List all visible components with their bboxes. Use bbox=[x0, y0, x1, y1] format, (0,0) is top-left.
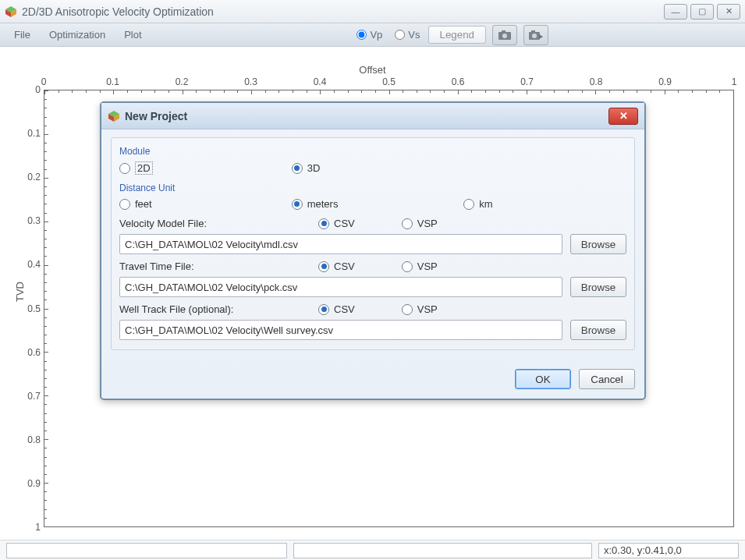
svg-point-8 bbox=[532, 34, 537, 38]
vel-fmt-vsp[interactable]: VSP bbox=[402, 218, 438, 229]
window-title: 2D/3D Anisotropic Velocity Optimization bbox=[22, 5, 664, 18]
velocity-file-label: Velocity Model File: bbox=[119, 218, 318, 229]
camera-icon bbox=[498, 30, 512, 41]
dialog-title: New Project bbox=[125, 110, 608, 122]
status-box-1 bbox=[6, 543, 287, 558]
svg-rect-4 bbox=[502, 30, 506, 33]
radio-meters-label: meters bbox=[307, 198, 339, 210]
y-tick: 0.6 bbox=[19, 347, 41, 358]
y-tick: 0.9 bbox=[19, 478, 41, 489]
radio-meters-indicator bbox=[292, 199, 303, 210]
y-tick: 0.8 bbox=[19, 434, 41, 445]
menubar: File Optimization Plot Vp Vs Legend bbox=[0, 23, 745, 47]
x-tick: 0.2 bbox=[176, 76, 189, 87]
velocity-file-input[interactable] bbox=[119, 234, 562, 254]
menu-file[interactable]: File bbox=[6, 26, 38, 44]
camera-button[interactable] bbox=[492, 25, 517, 45]
radio-vp-input[interactable] bbox=[357, 30, 367, 40]
x-tick: 0.6 bbox=[452, 76, 465, 87]
svg-point-5 bbox=[502, 34, 507, 38]
traveltime-file-input[interactable] bbox=[119, 277, 562, 297]
radio-feet-indicator bbox=[119, 199, 130, 210]
y-ticks: 00.10.20.30.40.50.60.70.80.91 bbox=[19, 90, 41, 527]
y-tick: 1 bbox=[19, 522, 41, 533]
dialog-close-icon: ✕ bbox=[619, 110, 628, 122]
close-button[interactable]: ✕ bbox=[717, 4, 740, 19]
y-tick: 0 bbox=[19, 84, 41, 95]
velocity-browse-button[interactable]: Browse bbox=[570, 234, 626, 254]
status-coord: x:0.30, y:0.41,0,0 bbox=[598, 543, 739, 558]
radio-vp-label: Vp bbox=[370, 29, 382, 41]
radio-km-label: km bbox=[479, 198, 492, 210]
x-tick: 0.8 bbox=[590, 76, 603, 87]
vel-fmt-csv[interactable]: CSV bbox=[318, 218, 355, 229]
titlebar: 2D/3D Anisotropic Velocity Optimization … bbox=[0, 0, 745, 23]
x-tick: 0.9 bbox=[658, 76, 672, 87]
x-tick: 0.3 bbox=[244, 76, 257, 87]
module-group-label: Module bbox=[119, 146, 626, 157]
well-fmt-vsp[interactable]: VSP bbox=[402, 303, 438, 315]
welltrack-browse-button[interactable]: Browse bbox=[570, 320, 626, 340]
radio-2d-indicator bbox=[119, 163, 130, 174]
y-tick: 0.3 bbox=[19, 215, 41, 226]
maximize-icon: ▢ bbox=[698, 6, 706, 16]
traveltime-file-label: Travel Time File: bbox=[119, 261, 318, 272]
well-fmt-csv[interactable]: CSV bbox=[318, 303, 355, 315]
cancel-button[interactable]: Cancel bbox=[579, 369, 635, 389]
y-tick: 0.1 bbox=[19, 128, 41, 139]
radio-vp[interactable]: Vp bbox=[357, 29, 382, 41]
close-icon: ✕ bbox=[725, 6, 733, 16]
app-icon bbox=[5, 5, 17, 18]
dialog-close-button[interactable]: ✕ bbox=[608, 108, 638, 125]
radio-vs-label: Vs bbox=[408, 29, 420, 41]
radio-3d-label: 3D bbox=[307, 162, 321, 174]
y-tick: 0.5 bbox=[19, 303, 41, 314]
x-tick: 0.5 bbox=[382, 76, 396, 87]
ok-button[interactable]: OK bbox=[515, 369, 571, 389]
x-tick: 0.4 bbox=[314, 76, 327, 87]
menu-plot[interactable]: Plot bbox=[116, 26, 149, 44]
traveltime-browse-button[interactable]: Browse bbox=[570, 277, 626, 297]
new-project-dialog: New Project ✕ Module 2D 3D Distance Unit bbox=[100, 101, 646, 400]
dialog-titlebar[interactable]: New Project ✕ bbox=[101, 103, 644, 129]
radio-3d-indicator bbox=[292, 163, 303, 174]
minimize-icon: — bbox=[672, 7, 680, 16]
status-box-2 bbox=[293, 543, 592, 558]
maximize-button[interactable]: ▢ bbox=[690, 4, 714, 19]
x-axis-label: Offset bbox=[0, 64, 745, 76]
y-tick: 0.2 bbox=[19, 172, 41, 183]
x-tick: 0.7 bbox=[520, 76, 534, 87]
x-tick: 1 bbox=[732, 76, 737, 87]
svg-rect-7 bbox=[531, 30, 535, 33]
radio-feet[interactable]: feet bbox=[119, 198, 282, 210]
svg-marker-9 bbox=[539, 34, 543, 39]
tt-fmt-vsp[interactable]: VSP bbox=[402, 261, 438, 272]
tt-fmt-csv[interactable]: CSV bbox=[318, 261, 355, 272]
welltrack-file-label: Well Track File (optional): bbox=[119, 303, 318, 315]
radio-3d[interactable]: 3D bbox=[292, 161, 455, 175]
radio-km[interactable]: km bbox=[463, 198, 626, 210]
statusbar: x:0.30, y:0.41,0,0 bbox=[0, 540, 745, 560]
radio-2d[interactable]: 2D bbox=[119, 161, 282, 175]
x-ticks: 00.10.20.30.40.50.60.70.80.91 bbox=[44, 76, 734, 89]
radio-km-indicator bbox=[463, 199, 474, 210]
camera-play-icon bbox=[528, 30, 544, 41]
x-tick: 0.1 bbox=[106, 76, 119, 87]
radio-vs[interactable]: Vs bbox=[395, 29, 420, 41]
x-tick: 0 bbox=[41, 76, 47, 87]
dialog-icon bbox=[108, 110, 120, 122]
welltrack-file-input[interactable] bbox=[119, 320, 562, 340]
radio-vs-input[interactable] bbox=[395, 30, 405, 40]
minimize-button[interactable]: — bbox=[664, 4, 687, 19]
menu-optimization[interactable]: Optimization bbox=[41, 26, 113, 44]
camera-play-button[interactable] bbox=[523, 25, 548, 45]
unit-group-label: Distance Unit bbox=[119, 183, 626, 193]
radio-meters[interactable]: meters bbox=[292, 198, 455, 210]
y-tick: 0.4 bbox=[19, 259, 41, 270]
radio-2d-label: 2D bbox=[135, 161, 153, 175]
radio-feet-label: feet bbox=[135, 198, 152, 210]
y-tick: 0.7 bbox=[19, 391, 41, 402]
legend-button[interactable]: Legend bbox=[428, 26, 486, 44]
